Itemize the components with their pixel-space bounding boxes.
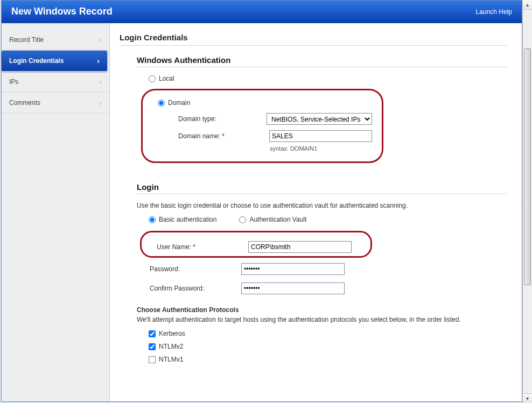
checkbox-ntlmv1[interactable] xyxy=(149,356,156,363)
window-title: New Windows Record xyxy=(11,6,113,17)
username-label: User Name: * xyxy=(157,243,248,251)
launch-help-link[interactable]: Launch Help xyxy=(476,8,512,16)
password-input[interactable] xyxy=(241,263,345,275)
radio-basic-auth-label: Basic authentication xyxy=(159,216,216,223)
checkbox-ntlmv2[interactable] xyxy=(149,343,156,350)
chevron-right-icon: › xyxy=(99,36,102,44)
checkbox-ntlmv2-label: NTLMv2 xyxy=(159,343,183,350)
section-heading-login: Login xyxy=(137,182,507,194)
sidebar-item-label: Record Title xyxy=(9,36,44,44)
username-input[interactable] xyxy=(248,241,352,253)
sidebar-item-label: IPs xyxy=(9,78,18,86)
sidebar-item-record-title[interactable]: Record Title › xyxy=(2,30,109,51)
checkbox-ntlmv1-label: NTLMv1 xyxy=(159,356,183,363)
checkbox-kerberos-label: Kerberos xyxy=(159,330,185,337)
sidebar-item-comments[interactable]: Comments › xyxy=(2,93,109,114)
radio-basic-auth[interactable] xyxy=(149,216,156,223)
radio-basic-auth-wrap[interactable]: Basic authentication xyxy=(149,216,216,223)
domain-type-select[interactable]: NetBIOS, Service-Selected IPs xyxy=(267,113,372,125)
confirm-password-input[interactable] xyxy=(241,282,345,294)
login-help-text: Use the basic login credential or choose… xyxy=(137,202,507,209)
radio-auth-vault-label: Authentication Vault xyxy=(249,216,306,223)
username-highlight-box: User Name: * xyxy=(140,231,372,258)
vertical-scrollbar[interactable]: ▴ ▾ xyxy=(522,0,532,403)
content-area: Login Credentials Windows Authentication… xyxy=(110,23,522,401)
sidebar: Record Title › Login Credentials › IPs ›… xyxy=(2,23,110,401)
protocols-heading: Choose Authentication Protocols xyxy=(137,306,507,314)
domain-name-label: Domain name: * xyxy=(178,132,269,140)
sidebar-item-label: Comments xyxy=(9,99,40,107)
window-frame: New Windows Record Launch Help Record Ti… xyxy=(1,0,522,402)
radio-domain[interactable] xyxy=(158,100,165,107)
domain-type-label: Domain type: xyxy=(178,115,267,123)
chevron-right-icon: › xyxy=(99,98,102,107)
domain-highlight-box: Domain Domain type: NetBIOS, Service-Sel… xyxy=(141,89,383,163)
radio-auth-vault[interactable] xyxy=(239,216,246,223)
radio-auth-vault-wrap[interactable]: Authentication Vault xyxy=(239,216,306,223)
password-label: Password: xyxy=(150,265,241,273)
scroll-up-button[interactable]: ▴ xyxy=(523,0,532,10)
scrollbar-thumb[interactable] xyxy=(524,48,531,285)
sidebar-item-label: Login Credentials xyxy=(9,57,64,65)
titlebar: New Windows Record Launch Help xyxy=(2,1,522,23)
sidebar-item-login-credentials[interactable]: Login Credentials › xyxy=(2,51,107,72)
section-heading-windows-auth: Windows Authentication xyxy=(137,55,507,67)
chevron-right-icon: › xyxy=(99,77,102,86)
radio-local[interactable] xyxy=(149,75,156,82)
protocols-help-text: We'll attempt authentication to target h… xyxy=(137,316,507,323)
page-title: Login Credentials xyxy=(120,33,507,46)
confirm-password-label: Confirm Password: xyxy=(150,285,241,292)
chevron-right-icon: › xyxy=(97,56,100,65)
checkbox-kerberos[interactable] xyxy=(149,330,156,337)
domain-name-hint: syntax: DOMAIN1 xyxy=(270,145,372,152)
scroll-down-button[interactable]: ▾ xyxy=(523,393,532,403)
radio-local-label: Local xyxy=(159,75,174,82)
domain-name-input[interactable] xyxy=(269,130,372,142)
sidebar-item-ips[interactable]: IPs › xyxy=(2,72,109,93)
radio-domain-label: Domain xyxy=(168,99,190,107)
